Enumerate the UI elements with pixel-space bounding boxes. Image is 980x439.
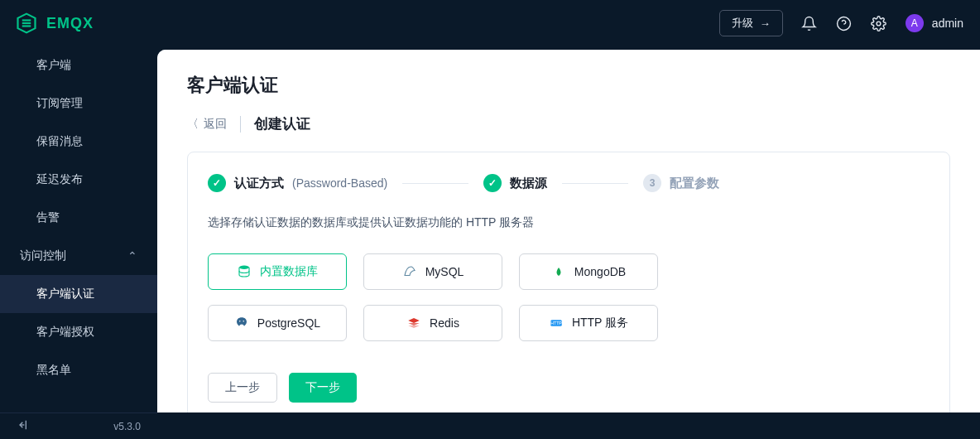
mysql-icon <box>402 264 417 279</box>
database-icon <box>237 264 252 279</box>
datasource-option-postgresql[interactable]: PostgreSQL <box>208 305 347 341</box>
sidebar-item-7[interactable]: 客户端授权 <box>0 313 157 351</box>
upgrade-label: 升级 <box>732 16 753 31</box>
next-button[interactable]: 下一步 <box>289 373 357 403</box>
step-connector <box>402 183 468 184</box>
prev-button[interactable]: 上一步 <box>208 373 277 403</box>
option-label: MongoDB <box>574 265 626 278</box>
sidebar-item-label: 保留消息 <box>36 134 83 149</box>
user-menu[interactable]: A admin <box>906 14 963 32</box>
breadcrumb-title: 创建认证 <box>254 114 310 133</box>
collapse-sidebar-icon[interactable] <box>17 418 30 434</box>
sidebar-item-label: 客户端认证 <box>36 287 94 302</box>
sidebar-item-8[interactable]: 黑名单 <box>0 351 157 389</box>
content: 客户端认证 〈 返回 创建认证 ✓认证方式 (Password-Based)✓数… <box>157 50 980 412</box>
brand-text: EMQX <box>46 15 94 32</box>
svg-point-9 <box>243 321 244 322</box>
step-3: 3配置参数 <box>643 174 719 192</box>
step-sublabel: (Password-Based) <box>292 176 387 190</box>
wizard-buttons: 上一步 下一步 <box>208 373 930 403</box>
main-layout: 客户端订阅管理保留消息延迟发布告警访问控制⌃客户端认证客户端授权黑名单 客户端认… <box>0 46 980 412</box>
http-icon: HTTP <box>549 316 564 330</box>
wizard-card: ✓认证方式 (Password-Based)✓数据源3配置参数 选择存储认证数据… <box>187 152 950 412</box>
upgrade-button[interactable]: 升级 → <box>719 10 783 36</box>
datasource-option-database[interactable]: 内置数据库 <box>208 253 347 290</box>
app-header: EMQX 升级 → A admin <box>0 0 980 46</box>
sidebar-item-3[interactable]: 延迟发布 <box>0 161 157 199</box>
datasource-option-http[interactable]: HTTPHTTP 服务 <box>519 305 658 341</box>
sidebar-item-label: 延迟发布 <box>36 172 83 187</box>
gear-icon[interactable] <box>871 15 887 31</box>
datasource-option-mysql[interactable]: MySQL <box>363 253 502 290</box>
sidebar-item-label: 告警 <box>36 210 60 225</box>
sidebar-footer: v5.3.0 <box>0 412 157 439</box>
user-name: admin <box>932 17 963 30</box>
breadcrumb: 〈 返回 创建认证 <box>187 114 950 133</box>
back-label: 返回 <box>204 117 227 132</box>
datasource-option-redis[interactable]: Redis <box>363 305 502 341</box>
step-label: 数据源 <box>510 176 547 191</box>
step-label: 认证方式 <box>234 176 284 191</box>
brand-section: EMQX <box>15 12 94 35</box>
mongodb-icon <box>551 264 566 279</box>
chevron-left-icon: 〈 <box>187 117 199 132</box>
brand-logo-icon <box>15 12 38 35</box>
step-1: ✓认证方式 (Password-Based) <box>208 174 387 192</box>
chevron-up-icon: ⌃ <box>127 249 137 263</box>
datasource-options: 内置数据库MySQLMongoDBPostgreSQLRedisHTTPHTTP… <box>208 253 930 341</box>
divider <box>240 116 241 133</box>
redis-icon <box>406 316 421 330</box>
option-label: MySQL <box>425 265 464 278</box>
check-icon: ✓ <box>483 174 502 192</box>
sidebar-item-label: 黑名单 <box>36 363 71 378</box>
step-label: 配置参数 <box>670 176 719 191</box>
option-label: PostgreSQL <box>257 316 320 330</box>
header-actions: 升级 → A admin <box>719 10 963 36</box>
sidebar-item-4[interactable]: 告警 <box>0 199 157 237</box>
page-title: 客户端认证 <box>187 73 950 98</box>
option-label: Redis <box>430 316 459 330</box>
arrow-right-icon: → <box>760 17 771 30</box>
step-number-icon: 3 <box>643 174 661 192</box>
datasource-option-mongodb[interactable]: MongoDB <box>519 253 658 290</box>
sidebar-item-label: 客户端授权 <box>36 325 94 340</box>
steps: ✓认证方式 (Password-Based)✓数据源3配置参数 <box>208 174 930 192</box>
option-label: HTTP 服务 <box>572 316 628 330</box>
sidebar-item-label: 访问控制 <box>20 248 66 263</box>
sidebar-item-5[interactable]: 访问控制⌃ <box>0 237 157 275</box>
sidebar-item-0[interactable]: 客户端 <box>0 46 157 84</box>
help-text: 选择存储认证数据的数据库或提供认证数据功能的 HTTP 服务器 <box>208 215 930 230</box>
option-label: 内置数据库 <box>260 264 318 279</box>
svg-point-8 <box>239 321 241 322</box>
help-icon[interactable] <box>836 15 853 31</box>
sidebar-item-1[interactable]: 订阅管理 <box>0 84 157 123</box>
content-wrap: 客户端认证 〈 返回 创建认证 ✓认证方式 (Password-Based)✓数… <box>157 50 980 412</box>
sidebar: 客户端订阅管理保留消息延迟发布告警访问控制⌃客户端认证客户端授权黑名单 <box>0 46 157 412</box>
sidebar-item-6[interactable]: 客户端认证 <box>0 275 157 313</box>
avatar: A <box>906 14 924 32</box>
postgresql-icon <box>234 316 249 330</box>
bell-icon[interactable] <box>801 15 818 31</box>
check-icon: ✓ <box>208 174 226 192</box>
step-2: ✓数据源 <box>483 174 547 192</box>
sidebar-item-2[interactable]: 保留消息 <box>0 123 157 161</box>
step-connector <box>562 183 628 184</box>
sidebar-item-label: 客户端 <box>36 58 71 73</box>
svg-point-7 <box>239 266 249 270</box>
sidebar-item-label: 订阅管理 <box>36 96 83 111</box>
version-label: v5.3.0 <box>113 421 141 432</box>
back-link[interactable]: 〈 返回 <box>187 117 227 132</box>
svg-point-6 <box>877 22 881 26</box>
svg-point-4 <box>838 17 851 30</box>
svg-text:HTTP: HTTP <box>550 321 562 326</box>
